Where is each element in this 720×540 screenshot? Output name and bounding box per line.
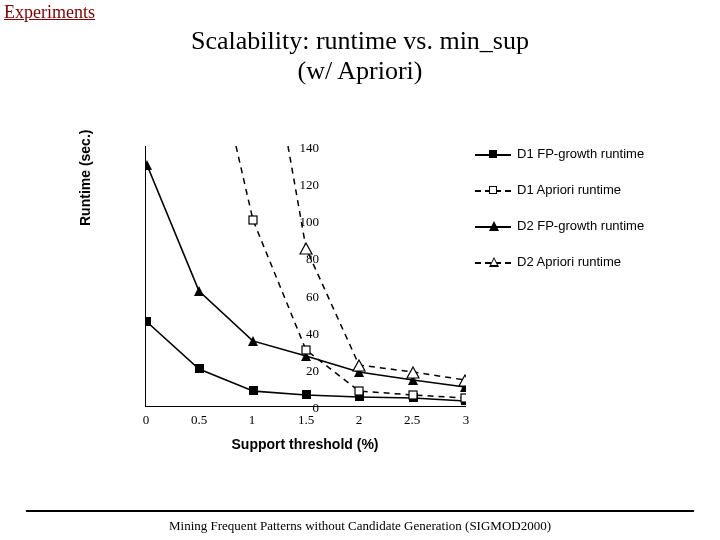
svg-marker-0 bbox=[146, 160, 152, 170]
x-axis-label: Support threshold (%) bbox=[145, 436, 465, 452]
runtime-chart: Runtime (sec.) 0 20 40 60 80 100 120 140… bbox=[75, 136, 645, 476]
xtick: 2 bbox=[344, 412, 374, 428]
legend-item: D2 Apriori runtime bbox=[475, 254, 647, 290]
xtick: 1 bbox=[237, 412, 267, 428]
open-square-icon bbox=[489, 186, 497, 194]
xtick: 0.5 bbox=[184, 412, 214, 428]
legend-label: D2 FP-growth runtime bbox=[517, 218, 644, 233]
ytick: 20 bbox=[289, 363, 319, 379]
filled-triangle-icon bbox=[489, 221, 499, 231]
svg-rect-14 bbox=[249, 216, 257, 224]
footer-citation: Mining Frequent Patterns without Candida… bbox=[0, 518, 720, 534]
svg-rect-7 bbox=[146, 317, 151, 326]
legend-item: D2 FP-growth runtime bbox=[475, 218, 647, 254]
svg-rect-10 bbox=[302, 390, 311, 399]
svg-rect-16 bbox=[355, 387, 363, 395]
ytick: 100 bbox=[289, 214, 319, 230]
legend-label: D1 FP-growth runtime bbox=[517, 146, 644, 161]
ytick: 80 bbox=[289, 251, 319, 267]
xtick: 2.5 bbox=[397, 412, 427, 428]
svg-rect-15 bbox=[302, 346, 310, 354]
svg-marker-22 bbox=[459, 375, 466, 386]
open-triangle-icon bbox=[489, 257, 499, 267]
divider bbox=[26, 510, 694, 512]
ytick: 120 bbox=[289, 177, 319, 193]
svg-rect-17 bbox=[409, 391, 417, 399]
legend-item: D1 FP-growth runtime bbox=[475, 146, 647, 182]
svg-marker-1 bbox=[194, 286, 204, 296]
xtick: 3 bbox=[451, 412, 481, 428]
svg-rect-8 bbox=[195, 364, 204, 373]
ytick: 60 bbox=[289, 289, 319, 305]
y-axis-label: Runtime (sec.) bbox=[77, 130, 93, 226]
slide-title: Scalability: runtime vs. min_sup (w/ Apr… bbox=[0, 26, 720, 86]
section-label: Experiments bbox=[4, 2, 95, 23]
xtick: 0 bbox=[131, 412, 161, 428]
ytick: 140 bbox=[289, 140, 319, 156]
title-line-2: (w/ Apriori) bbox=[298, 56, 423, 85]
title-line-1: Scalability: runtime vs. min_sup bbox=[191, 26, 529, 55]
legend-item: D1 Apriori runtime bbox=[475, 182, 647, 218]
svg-rect-18 bbox=[461, 394, 466, 402]
filled-square-icon bbox=[489, 150, 497, 158]
legend: D1 FP-growth runtime D1 Apriori runtime … bbox=[475, 146, 647, 290]
ytick: 40 bbox=[289, 326, 319, 342]
legend-label: D2 Apriori runtime bbox=[517, 254, 621, 269]
svg-rect-9 bbox=[249, 386, 258, 395]
legend-label: D1 Apriori runtime bbox=[517, 182, 621, 197]
xtick: 1.5 bbox=[291, 412, 321, 428]
